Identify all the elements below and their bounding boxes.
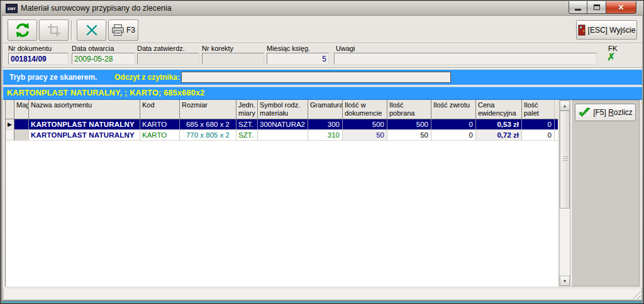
scroll-up-button[interactable]: ▲ (560, 100, 570, 111)
side-panel: [F5] Rozlicz (571, 100, 640, 286)
cell-nazwa: KARTONPLAST NATURALNY (29, 119, 140, 129)
status-bar (3, 288, 642, 300)
window-controls: ✕ (569, 1, 636, 14)
cell-rozmiar: 770 x 805 x 2 (180, 130, 236, 140)
grid-header-ilosc-zwrotu: Ilość zwrotu (431, 100, 476, 119)
grid-header-nazwa: Nazwa asortymentu (29, 100, 140, 119)
selection-banner: KARTONPLAST NATURALNY, ; KARTO; 685x680x… (3, 87, 642, 100)
grid-header-symbol: Symbol rodz. materiału (258, 100, 308, 119)
scroll-up-icon: ▲ (563, 104, 567, 108)
grid-header-selector (6, 100, 14, 119)
cell-ilosc-w-dokumencie: 500 (343, 119, 387, 129)
scroll-down-button[interactable]: ▼ (560, 276, 570, 286)
check-icon (578, 107, 591, 118)
scroll-down-icon: ▼ (563, 279, 567, 283)
cell-gramatura: 310 (308, 130, 343, 140)
grid-header-row: Mag Nazwa asortymentu Kod Rozmiar Jedn. … (6, 100, 558, 119)
scanner-reader-label: Odczyt z czytnika: (114, 73, 180, 82)
rozlicz-label: [F5] Rozlicz (593, 108, 633, 117)
row-selector-icon: ▶ (6, 119, 14, 129)
cell-symbol: 300NATURA2 (258, 119, 308, 129)
cell-mag (14, 130, 29, 140)
cell-mag (14, 119, 29, 129)
window-title: Materiał surowcowy przypisany do zleceni… (21, 4, 172, 13)
printer-icon (111, 24, 125, 36)
cell-ilosc-palet: 0 (522, 130, 555, 140)
uwagi-field[interactable] (334, 53, 597, 65)
grid-header-kod: Kod (140, 100, 180, 119)
cell-cena: 0,53 zł (476, 119, 522, 129)
cell-jedn-miary: SZT. (236, 130, 258, 140)
resize-grip[interactable] (633, 291, 641, 299)
cell-nazwa: KARTONPLAST NATURALNY (29, 130, 140, 140)
window-bottom-accent (2, 301, 642, 303)
exit-button-label: [ESC] Wyjście (588, 26, 636, 35)
rozlicz-button[interactable]: [F5] Rozlicz (575, 104, 636, 121)
title-bar[interactable]: swr Materiał surowcowy przypisany do zle… (1, 1, 643, 16)
refresh-button[interactable] (8, 19, 37, 41)
grid-header-ilosc-w-dokumencie: Ilość w dokumencie (343, 100, 387, 119)
cell-ilosc-zwrotu: 0 (431, 119, 476, 129)
cell-ilosc-palet: 0 (522, 119, 555, 129)
print-button[interactable]: F3 (108, 19, 138, 41)
row-selector-empty (6, 130, 14, 140)
refresh-icon (14, 23, 31, 38)
scanner-bar: Tryb pracy ze skanerem. Odczyt z czytnik… (3, 70, 642, 85)
scanner-mode-text: Tryb pracy ze skanerem. (9, 73, 97, 82)
grid-vertical-scrollbar[interactable]: ▲ ▼ (559, 100, 570, 286)
grid-header-mag: Mag (14, 100, 29, 119)
field-label-uwagi: Uwagi (336, 45, 355, 52)
cell-cena: 0,72 zł (476, 130, 522, 140)
app-window: swr Materiał surowcowy przypisany do zle… (0, 0, 644, 304)
close-button[interactable]: ✕ (606, 1, 636, 14)
print-shortcut-label: F3 (126, 26, 135, 35)
data-zatwierdz-field[interactable] (137, 53, 199, 65)
cell-rozmiar: 685 x 680 x 2 (180, 119, 236, 129)
cell-ilosc-pobrana: 50 (387, 130, 431, 140)
grid-header-gramatura: Gramatura (308, 100, 343, 119)
cell-ilosc-pobrana: 500 (387, 119, 431, 129)
data-otwarcia-field[interactable] (72, 53, 135, 65)
cell-jedn-miary: SZT. (236, 119, 258, 129)
materials-grid: Mag Nazwa asortymentu Kod Rozmiar Jedn. … (5, 100, 558, 286)
cell-symbol (258, 130, 308, 140)
exit-door-icon (578, 24, 586, 36)
field-label-miesiac-ksieg: Miesiąc księg. (267, 45, 310, 52)
grid-header-rozmiar: Rozmiar (180, 100, 236, 119)
nr-dokumentu-field[interactable] (8, 53, 69, 65)
cell-gramatura: 300 (308, 119, 343, 129)
crop-button-disabled[interactable] (39, 19, 69, 41)
maximize-button[interactable] (587, 1, 606, 14)
clear-button[interactable] (77, 19, 106, 41)
miesiac-ksieg-field[interactable] (267, 53, 329, 65)
maximize-icon (594, 4, 600, 10)
app-icon: swr (6, 4, 18, 13)
fk-status-icon: ✗ (607, 51, 615, 63)
table-row-selected[interactable]: ▶ KARTONPLAST NATURALNY KARTO 685 x 680 … (6, 119, 558, 130)
grid-header-jedn-miary: Jedn. miary (236, 100, 258, 119)
field-label-data-otwarcia: Data otwarcia (72, 45, 114, 52)
cell-ilosc-zwrotu: 0 (431, 130, 476, 140)
scrollbar-thumb[interactable] (560, 111, 570, 209)
crop-icon (47, 23, 61, 37)
scanner-reader-input[interactable] (181, 72, 451, 83)
exit-button[interactable]: [ESC] Wyjście (576, 20, 637, 40)
cell-kod: KARTO (140, 130, 180, 140)
toolbar-separator (71, 20, 72, 40)
cell-kod: KARTO (140, 119, 180, 129)
field-label-nr-korekty: Nr korekty (202, 45, 233, 52)
nr-korekty-field[interactable] (202, 53, 264, 65)
minimize-icon (575, 9, 581, 11)
toolbar-divider (3, 43, 642, 44)
close-icon: ✕ (618, 3, 624, 12)
table-row[interactable]: KARTONPLAST NATURALNY KARTO 770 x 805 x … (6, 130, 558, 141)
field-label-nr-dokumentu: Nr dokumentu (8, 45, 52, 52)
field-label-data-zatwierdz: Data zatwierdz. (137, 45, 185, 52)
minimize-button[interactable] (569, 1, 587, 14)
form-divider (3, 67, 642, 68)
cell-ilosc-w-dokumencie: 50 (343, 130, 387, 140)
grid-header-cena: Cena ewidencyjna (476, 100, 522, 119)
x-icon (86, 24, 98, 36)
grid-header-ilosc-pobrana: Ilość pobrana (387, 100, 431, 119)
grid-header-ilosc-palet: Ilość palet (522, 100, 555, 119)
